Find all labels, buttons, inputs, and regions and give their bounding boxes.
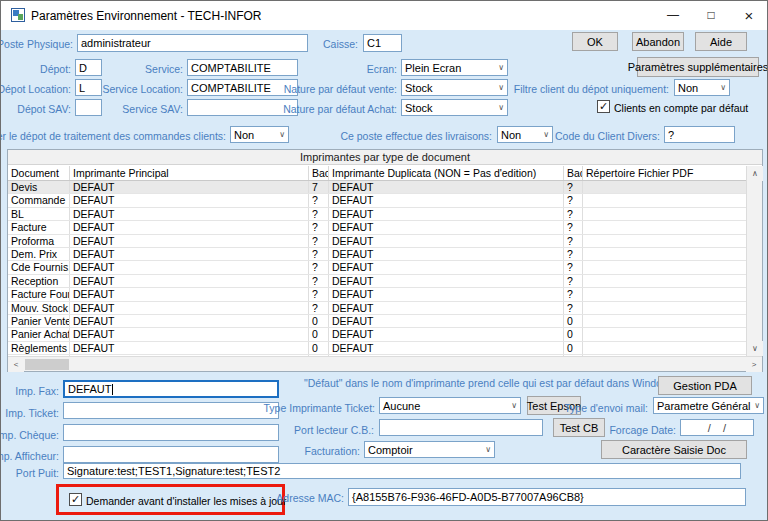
cell-pdf [583,248,746,260]
depot-input[interactable]: D [75,59,102,76]
chevron-down-icon: ∨ [498,83,504,92]
livraisons-value: Non [501,129,521,141]
cell-principal: DEFAUT [70,328,309,340]
table-row[interactable]: Cde Fournis.DEFAUT?DEFAUT? [8,261,746,274]
table-row[interactable]: ReceptionDEFAUT?DEFAUT? [8,275,746,288]
port-cb-input[interactable] [379,419,543,436]
checkmark-icon: ✓ [599,101,608,112]
ok-button[interactable]: OK [572,32,618,51]
table-row[interactable]: FactureDEFAUT?DEFAUT? [8,221,746,234]
maximize-button[interactable]: □ [692,1,730,29]
cell-duplicata: DEFAUT [329,342,564,354]
nature-vente-select[interactable]: Stock ∨ [401,79,508,96]
table-row[interactable]: Panier AchatDEFAUT0DEFAUT0 [8,328,746,341]
adresse-mac-label: Adresse MAC: [276,492,344,504]
service-location-input[interactable]: COMPTABILITE [187,79,298,96]
cell-duplicata: DEFAUT [329,288,564,300]
chevron-down-icon: ∨ [279,130,285,139]
cell-document: Panier Vente [8,315,70,327]
ecran-select[interactable]: Plein Ecran ∨ [401,59,508,76]
filtre-client-value: Non [678,82,698,94]
cell-pdf [583,194,746,206]
table-row[interactable]: ProformaDEFAUT?DEFAUT? [8,235,746,248]
caractere-saisie-doc-button[interactable]: Caractère Saisie Doc [601,440,747,459]
depot-location-input[interactable]: L [75,79,102,96]
livraisons-select[interactable]: Non ∨ [497,126,553,143]
imp-ticket-input[interactable] [63,402,279,419]
imp-cheque-input[interactable] [63,424,279,441]
service-sav-label: Service SAV: [122,103,183,115]
table-row[interactable]: DevisDEFAUT7DEFAUT? [8,181,746,194]
clients-compte-checkbox[interactable]: ✓ [597,100,610,113]
scroll-down-icon[interactable]: ∨ [747,341,763,356]
table-row[interactable]: BLDEFAUT?DEFAUT? [8,208,746,221]
imp-fax-label: Imp. Fax: [15,385,59,397]
scroll-right-icon[interactable]: > [746,357,762,372]
cell-duplicata: DEFAUT [329,194,564,206]
depot-sav-input[interactable] [75,99,102,116]
cell-principal: DEFAUT [70,288,309,300]
scrollbar-thumb[interactable] [25,359,69,370]
service-input[interactable]: COMPTABILITE [187,59,298,76]
abandon-button[interactable]: Abandon [632,32,684,51]
cell-principal: DEFAUT [70,181,309,193]
column-header-bac2: Bac [564,166,583,180]
imp-fax-input[interactable]: DEFAUT [63,380,279,398]
type-ticket-select[interactable]: Aucune ∨ [379,397,521,414]
forcage-date-input[interactable]: / / [680,419,754,436]
table-row[interactable]: Règlements ClieDEFAUT0DEFAUT0 [8,342,746,355]
gestion-pda-button[interactable]: Gestion PDA [658,376,752,395]
service-sav-input[interactable] [187,99,298,116]
ecran-value: Plein Ecran [405,62,461,74]
scroll-up-icon[interactable]: ∧ [747,166,763,181]
facturation-value: Comptoir [368,444,413,456]
port-puit-input[interactable]: Signature:test;TEST1,Signature:test;TEST… [63,463,741,479]
code-client-divers-input[interactable]: ? [664,126,735,143]
table-row[interactable]: Mouv. StockDEFAUT?DEFAUT? [8,302,746,315]
nature-achat-select[interactable]: Stock ∨ [401,99,508,116]
cell-duplicata: DEFAUT [329,302,564,314]
chevron-down-icon: ∨ [498,103,504,112]
checkmark-icon: ✓ [71,494,80,505]
cell-duplicata: DEFAUT [329,315,564,327]
clients-compte-label: Clients en compte par défaut [614,102,748,114]
printer-table-title: Imprimantes par type de document [8,150,762,165]
maj-checkbox[interactable]: ✓ [69,493,82,506]
imp-afficheur-input[interactable] [63,446,279,463]
cell-document: BL [8,208,70,220]
table-row[interactable]: Facture Fourn.DEFAUT?DEFAUT? [8,288,746,301]
nature-vente-label: Nature par défaut vente: [284,83,397,95]
cell-pdf [583,261,746,273]
caisse-input[interactable]: C1 [363,34,402,52]
cell-pdf [583,221,746,233]
test-cb-button[interactable]: Test CB [553,418,605,437]
table-row[interactable]: Panier VenteDEFAUT0DEFAUT0 [8,315,746,328]
cell-pdf [583,328,746,340]
window-title: Paramètres Environnement - TECH-INFOR [31,9,262,23]
title-bar: Paramètres Environnement - TECH-INFOR — … [1,1,767,30]
parametres-supplementaires-button[interactable]: Paramètres supplémentaires [637,57,759,77]
demander-depot-select[interactable]: Non ∨ [230,126,289,143]
adresse-mac-input[interactable]: {A8155B76-F936-46FD-A0D5-B77007A96CB8} [348,488,746,506]
table-row[interactable]: Dem. PrixDEFAUT?DEFAUT? [8,248,746,261]
cell-bac2: ? [564,288,583,300]
minimize-button[interactable]: — [654,1,692,29]
envoi-mail-select[interactable]: Parametre Général ∨ [653,397,764,414]
cell-bac2: ? [564,248,583,260]
table-row[interactable]: CommandeDEFAUT?DEFAUT? [8,194,746,207]
facturation-select[interactable]: Comptoir ∨ [364,441,495,458]
poste-physique-input[interactable]: administrateur [77,34,308,52]
chevron-down-icon: ∨ [720,83,726,92]
cell-bac2: ? [564,275,583,287]
aide-button[interactable]: Aide [695,32,747,51]
port-cb-label: Port lecteur C.B.: [294,424,374,436]
cell-document: Proforma [8,235,70,247]
printer-table-rows: DevisDEFAUT7DEFAUT?CommandeDEFAUT?DEFAUT… [8,181,746,356]
cell-duplicata: DEFAUT [329,221,564,233]
scroll-left-icon[interactable]: < [8,357,24,372]
envoi-mail-value: Parametre Général [657,400,751,412]
close-button[interactable]: × [730,1,768,29]
cell-principal: DEFAUT [70,315,309,327]
cell-document: Facture Fourn. [8,288,70,300]
filtre-client-select[interactable]: Non ∨ [674,79,730,96]
